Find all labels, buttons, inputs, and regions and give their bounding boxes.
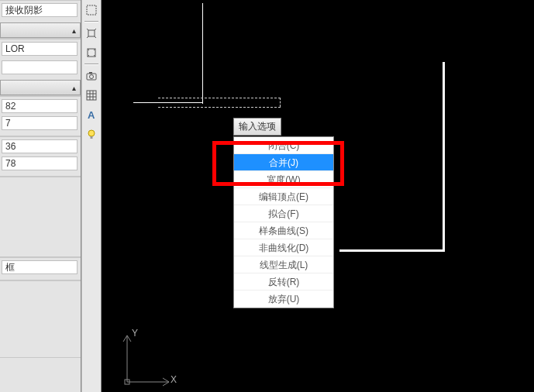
svg-rect-9 bbox=[91, 136, 93, 139]
prop-val-78[interactable]: 78 bbox=[2, 156, 78, 170]
ucs-icon: Y X bbox=[113, 326, 175, 388]
svg-point-8 bbox=[88, 130, 95, 136]
prop-frame[interactable]: 框 bbox=[2, 260, 78, 274]
pedit-context-menu: 闭合(C) 合并(J) 宽度(W) 编辑顶点(E) 拟合(F) 样条曲线(S) … bbox=[233, 136, 334, 308]
menu-item-reverse[interactable]: 反转(R) bbox=[234, 273, 333, 291]
menu-item-close[interactable]: 闭合(C) bbox=[234, 137, 333, 154]
properties-sidebar: 接收阴影 ▴ LOR ▴ 82 7 bbox=[0, 0, 81, 392]
stretch-out-icon[interactable] bbox=[82, 24, 101, 43]
dashed-outline-icon[interactable] bbox=[82, 1, 101, 19]
menu-item-edit-vertex[interactable]: 编辑顶点(E) bbox=[234, 188, 333, 205]
menu-item-undo[interactable]: 放弃(U) bbox=[234, 291, 333, 308]
grid-icon[interactable] bbox=[82, 86, 101, 105]
menu-item-fit[interactable]: 拟合(F) bbox=[234, 205, 333, 222]
input-option-tooltip: 输入选项 bbox=[233, 118, 281, 136]
menu-item-ltype-gen[interactable]: 线型生成(L) bbox=[234, 256, 333, 273]
svg-point-4 bbox=[90, 75, 94, 79]
panel-collapse-0[interactable]: ▴ bbox=[0, 22, 81, 38]
chevron-up-icon: ▴ bbox=[69, 26, 78, 36]
menu-item-join[interactable]: 合并(J) bbox=[234, 154, 333, 171]
svg-text:A: A bbox=[88, 109, 95, 121]
prop-val-7[interactable]: 7 bbox=[2, 116, 78, 130]
menu-item-decurve[interactable]: 非曲线化(D) bbox=[234, 239, 333, 256]
svg-rect-5 bbox=[89, 72, 92, 74]
tool-strip: A bbox=[81, 0, 102, 392]
svg-rect-1 bbox=[88, 30, 95, 36]
prop-val-36[interactable]: 36 bbox=[2, 139, 78, 153]
svg-rect-0 bbox=[87, 5, 96, 15]
prop-lor[interactable]: LOR bbox=[2, 42, 78, 56]
prop-receive-shadow[interactable]: 接收阴影 bbox=[2, 3, 78, 17]
svg-rect-6 bbox=[87, 91, 96, 100]
panel-collapse-1[interactable]: ▴ bbox=[0, 80, 81, 95]
prop-val-82[interactable]: 82 bbox=[2, 99, 78, 113]
prop-blank-1[interactable] bbox=[2, 60, 78, 74]
ucs-x-label: X bbox=[171, 374, 177, 385]
text-a-icon[interactable]: A bbox=[82, 105, 101, 124]
menu-item-width[interactable]: 宽度(W) bbox=[234, 171, 333, 188]
ucs-y-label: Y bbox=[132, 328, 138, 339]
chevron-up-icon: ▴ bbox=[69, 84, 78, 93]
stretch-in-icon[interactable] bbox=[82, 43, 101, 62]
camera-icon[interactable] bbox=[82, 67, 101, 85]
drawing-canvas[interactable]: 输入选项 闭合(C) 合并(J) 宽度(W) 编辑顶点(E) 拟合(F) 样条曲… bbox=[102, 0, 534, 392]
light-bulb-icon[interactable] bbox=[82, 125, 101, 143]
menu-item-spline[interactable]: 样条曲线(S) bbox=[234, 222, 333, 239]
